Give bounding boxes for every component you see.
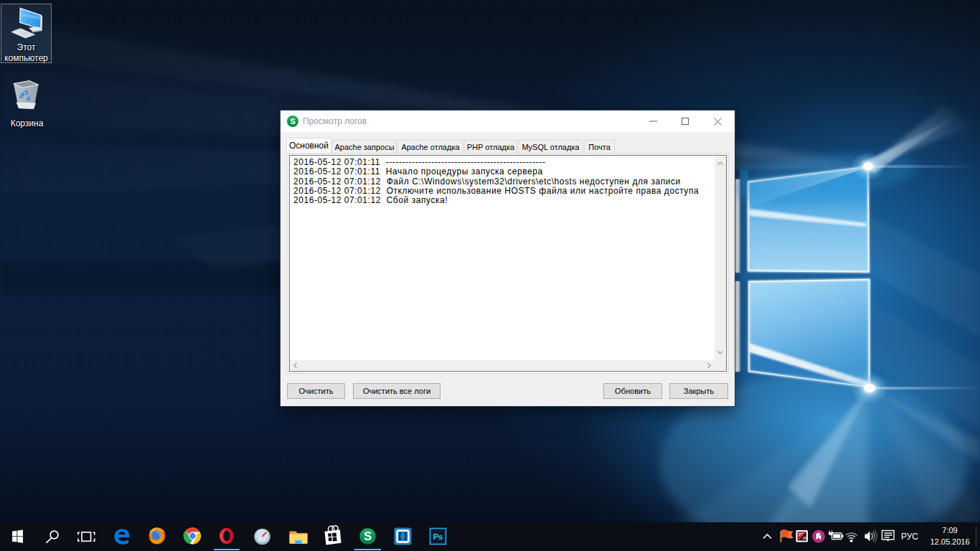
svg-text:Ps: Ps <box>433 532 443 541</box>
svg-text:S: S <box>291 117 296 126</box>
svg-text:S: S <box>364 530 372 542</box>
